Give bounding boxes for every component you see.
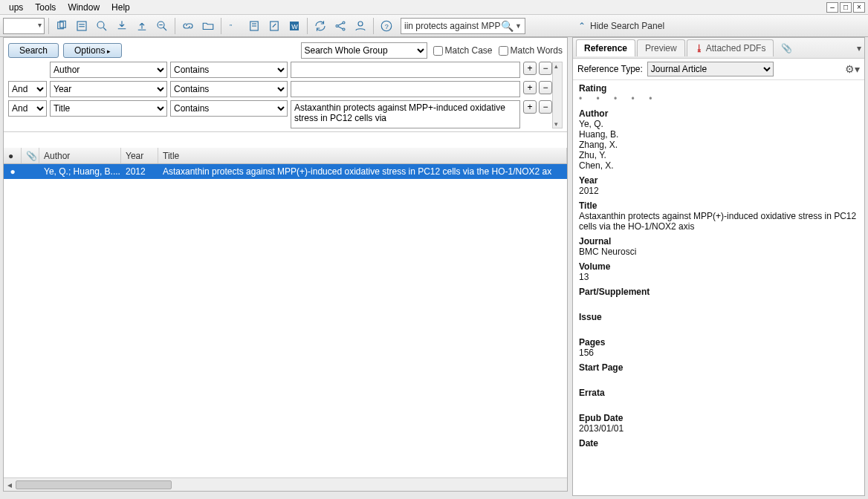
title-column[interactable]: Title xyxy=(158,148,567,163)
reference-type-select[interactable]: Journal Article xyxy=(647,62,774,76)
year-value[interactable]: 2012 xyxy=(579,186,858,196)
result-row[interactable]: ● Ye, Q.; Huang, B.... 2012 Astaxanthin … xyxy=(4,164,567,179)
bool-select[interactable]: And xyxy=(8,100,47,117)
svg-point-5 xyxy=(97,22,104,28)
menu-window[interactable]: Window xyxy=(62,1,106,14)
find-fulltext-icon[interactable] xyxy=(153,17,171,35)
field-select[interactable]: Year xyxy=(50,81,167,97)
author-value[interactable]: Zhang, X. xyxy=(579,140,858,150)
tab-preview[interactable]: Preview xyxy=(637,39,685,56)
reference-fields[interactable]: Rating • • • • • Author Ye, Q. Huang, B.… xyxy=(573,80,864,495)
operator-select[interactable]: Contains xyxy=(170,100,288,117)
edit-citation-icon[interactable] xyxy=(265,17,283,35)
menu-groups[interactable]: ups xyxy=(3,1,29,14)
menu-help[interactable]: Help xyxy=(106,1,136,14)
minimize-button[interactable]: – xyxy=(826,2,838,13)
author-column[interactable]: Author xyxy=(39,148,121,163)
search-row: And Year Contains +− xyxy=(8,81,552,97)
sync-icon[interactable] xyxy=(311,17,329,35)
title-value[interactable]: Astaxanthin protects against MPP(+)-indu… xyxy=(579,211,858,232)
year-column[interactable]: Year xyxy=(121,148,158,163)
word-icon[interactable]: W xyxy=(285,17,303,35)
remove-row-button[interactable]: − xyxy=(539,100,552,114)
remove-row-button[interactable]: − xyxy=(539,81,552,94)
search-area: Search Options Search Whole Group Match … xyxy=(4,38,567,132)
part-label: Part/Supplement xyxy=(579,287,858,297)
svg-text:?: ? xyxy=(385,22,389,30)
rating-stars[interactable]: • • • • • xyxy=(579,94,858,104)
svg-text:W: W xyxy=(291,22,298,30)
field-select[interactable]: Title xyxy=(50,100,167,117)
remove-row-button[interactable]: − xyxy=(539,62,552,75)
search-value-input[interactable] xyxy=(291,81,520,97)
errata-label: Errata xyxy=(579,388,858,398)
format-icon[interactable] xyxy=(245,17,263,35)
link-icon[interactable] xyxy=(179,17,197,35)
bool-select[interactable]: And xyxy=(8,81,47,97)
search-scope-select[interactable]: Search Whole Group xyxy=(301,42,427,59)
author-value[interactable]: Chen, X. xyxy=(579,160,858,171)
attachment-icon[interactable]: 📎 xyxy=(781,43,792,53)
quick-search-box[interactable]: iin protects against MPP+ 🔍 ▼ xyxy=(401,18,525,34)
author-value[interactable]: Huang, B. xyxy=(579,129,858,140)
year-cell: 2012 xyxy=(121,166,158,177)
maximize-button[interactable]: □ xyxy=(840,2,852,13)
epub-value[interactable]: 2013/01/01 xyxy=(579,423,858,434)
search-row: And Title Contains Astaxanthin protects … xyxy=(8,100,552,128)
menu-bar: ups Tools Window Help – □ × xyxy=(0,0,868,15)
add-row-button[interactable]: + xyxy=(523,81,537,94)
person-icon[interactable] xyxy=(352,17,369,35)
quick-search-text: iin protects against MPP+ xyxy=(404,21,501,31)
journal-value[interactable]: BMC Neurosci xyxy=(579,247,858,257)
pages-value[interactable]: 156 xyxy=(579,348,858,358)
author-value[interactable]: Zhu, Y. xyxy=(579,150,858,160)
copy-icon[interactable] xyxy=(53,17,71,35)
search-value-input[interactable] xyxy=(291,62,520,78)
reference-type-label: Reference Type: xyxy=(577,64,643,74)
chevron-down-icon[interactable]: ▼ xyxy=(514,22,522,30)
read-status-column[interactable]: ● xyxy=(4,148,22,163)
svg-line-8 xyxy=(163,27,167,30)
volume-value[interactable]: 13 xyxy=(579,272,858,282)
add-row-button[interactable]: + xyxy=(523,100,537,114)
match-words-checkbox[interactable]: Match Words xyxy=(499,45,563,56)
close-button[interactable]: × xyxy=(853,2,865,13)
operator-select[interactable]: Contains xyxy=(170,81,288,97)
attachment-column[interactable]: 📎 xyxy=(22,148,39,163)
help-icon[interactable]: ? xyxy=(378,17,395,35)
open-folder-icon[interactable] xyxy=(199,17,217,35)
rating-label: Rating xyxy=(579,83,858,94)
import-icon[interactable] xyxy=(113,17,131,35)
options-button[interactable]: Options xyxy=(63,43,122,58)
tab-reference[interactable]: Reference xyxy=(576,39,635,56)
export-icon[interactable] xyxy=(133,17,151,35)
menu-tools[interactable]: Tools xyxy=(29,1,62,14)
author-cell: Ye, Q.; Huang, B.... xyxy=(39,166,121,177)
results-header: ● 📎 Author Year Title xyxy=(4,148,567,164)
author-value[interactable]: Ye, Q. xyxy=(579,119,858,129)
panel-menu-icon[interactable]: ▾ xyxy=(857,43,861,53)
gear-icon[interactable]: ⚙▾ xyxy=(845,63,860,75)
search-rows-scrollbar[interactable] xyxy=(552,62,563,128)
add-row-button[interactable]: + xyxy=(523,62,537,75)
magnifier-icon[interactable]: 🔍 xyxy=(501,20,514,32)
svg-line-6 xyxy=(103,27,106,30)
search-button[interactable]: Search xyxy=(8,43,59,58)
horizontal-scrollbar[interactable]: ◂ xyxy=(4,477,567,491)
insert-citation-icon[interactable]: ” xyxy=(225,17,243,35)
operator-select[interactable]: Contains xyxy=(170,62,288,78)
results-table: ● 📎 Author Year Title ● Ye, Q.; Huang, B… xyxy=(4,148,567,477)
hide-search-panel-bar[interactable]: ⌃ Hide Search Panel xyxy=(572,15,868,37)
svg-line-20 xyxy=(338,23,343,25)
field-select[interactable]: Author xyxy=(50,62,167,78)
year-label: Year xyxy=(579,175,858,186)
tab-attached-pdfs[interactable]: ⭳Attached PDFs xyxy=(687,39,774,56)
share-icon[interactable] xyxy=(331,17,349,35)
list-icon[interactable] xyxy=(73,17,91,35)
match-case-checkbox[interactable]: Match Case xyxy=(433,45,493,56)
search-value-input[interactable]: Astaxanthin protects against MPP+-induce… xyxy=(291,100,520,128)
pages-label: Pages xyxy=(579,337,858,348)
search-online-icon[interactable] xyxy=(93,17,111,35)
svg-point-18 xyxy=(343,22,345,24)
style-combo[interactable] xyxy=(3,18,45,34)
